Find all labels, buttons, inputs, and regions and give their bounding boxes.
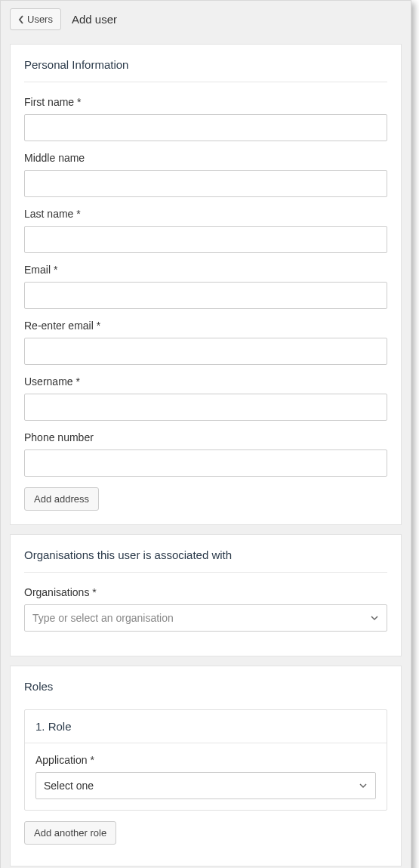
middle-name-input[interactable] [24,170,387,197]
phone-label: Phone number [24,431,387,443]
middle-name-group: Middle name [24,152,387,197]
organisations-group: Organisations * Type or select an organi… [24,586,387,632]
organisations-combobox[interactable]: Type or select an organisation [24,604,387,632]
phone-group: Phone number [24,431,387,477]
email-group: Email * [24,264,387,309]
last-name-label: Last name * [24,208,387,220]
organisations-heading: Organisations this user is associated wi… [24,535,387,573]
page-container: Users Add user Personal Information Firs… [0,0,411,868]
role-item: 1. Role Application * Select one [24,709,387,811]
back-button[interactable]: Users [10,8,61,30]
reenter-email-group: Re-enter email * [24,320,387,365]
chevron-left-icon [18,15,24,24]
first-name-input[interactable] [24,114,387,141]
role-item-body: Application * Select one [25,743,387,810]
chevron-down-icon [359,781,368,790]
personal-info-panel: Personal Information First name * Middle… [10,44,402,525]
chevron-down-icon [370,613,379,622]
email-input[interactable] [24,282,387,309]
roles-heading: Roles [24,666,387,703]
first-name-label: First name * [24,96,387,108]
back-button-label: Users [27,14,53,25]
role-item-heading: 1. Role [25,710,387,743]
add-another-role-button[interactable]: Add another role [24,821,116,845]
email-label: Email * [24,264,387,276]
middle-name-label: Middle name [24,152,387,164]
page-header: Users Add user [1,1,411,38]
application-selected: Select one [44,780,94,792]
add-address-button[interactable]: Add address [24,487,99,511]
reenter-email-label: Re-enter email * [24,320,387,332]
username-group: Username * [24,375,387,421]
roles-panel: Roles 1. Role Application * Select one A… [10,666,402,866]
first-name-group: First name * [24,96,387,141]
last-name-input[interactable] [24,226,387,253]
organisations-label: Organisations * [24,586,387,598]
username-input[interactable] [24,394,387,421]
reenter-email-input[interactable] [24,338,387,365]
page-title: Add user [72,13,117,26]
personal-info-heading: Personal Information [24,45,387,82]
application-group: Application * Select one [35,754,376,799]
application-select[interactable]: Select one [35,772,376,799]
last-name-group: Last name * [24,208,387,253]
organisations-placeholder: Type or select an organisation [32,612,174,624]
phone-input[interactable] [24,449,387,477]
username-label: Username * [24,375,387,388]
application-label: Application * [35,754,376,766]
organisations-panel: Organisations this user is associated wi… [10,534,402,656]
